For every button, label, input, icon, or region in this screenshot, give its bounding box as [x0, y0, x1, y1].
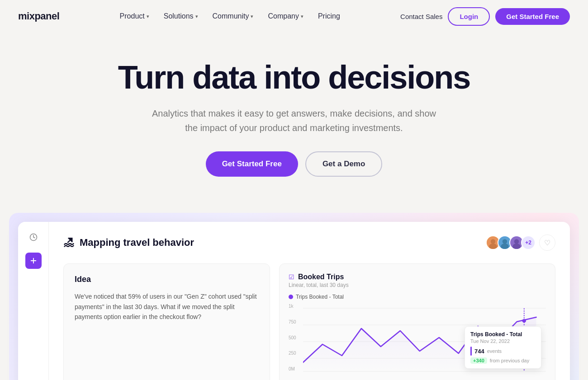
- tooltip-date: Tue Nov 22, 2022: [470, 338, 536, 344]
- nav-pricing[interactable]: Pricing: [313, 9, 346, 24]
- chart-legend: Trips Booked - Total: [289, 294, 546, 300]
- hero-subtitle: Analytics that makes it easy to get answ…: [147, 106, 441, 135]
- chart-y-labels: 1k 750 500 250 0M: [289, 304, 302, 371]
- board-title: 🏖 Mapping travel behavior: [63, 236, 194, 249]
- board-right: +2 ♡: [486, 235, 555, 251]
- avatars: +2: [486, 235, 536, 250]
- chevron-down-icon: ▾: [301, 14, 303, 19]
- chart-card: ☑ Booked Trips Linear, total, last 30 da…: [279, 263, 555, 380]
- get-started-hero-button[interactable]: Get Started Free: [206, 151, 298, 177]
- nav-links: Product ▾ Solutions ▾ Community ▾ Compan…: [114, 9, 346, 24]
- board-header: 🏖 Mapping travel behavior: [63, 235, 555, 251]
- navbar: mixpanel Product ▾ Solutions ▾ Community…: [0, 0, 588, 33]
- svg-point-4: [491, 239, 496, 244]
- chart-icon: ☑: [289, 273, 294, 281]
- nav-solutions[interactable]: Solutions ▾: [158, 9, 204, 24]
- hero-section: Turn data into decisions Analytics that …: [0, 33, 588, 195]
- tooltip-change-row: +340 from previous day: [470, 357, 536, 364]
- tooltip-bar: [470, 347, 472, 356]
- svg-point-10: [514, 239, 519, 244]
- idea-card-body: We've noticed that 59% of users in our "…: [75, 291, 259, 322]
- svg-point-19: [522, 319, 526, 323]
- svg-point-5: [489, 244, 497, 250]
- tooltip-value: 744: [474, 348, 484, 355]
- get-started-nav-button[interactable]: Get Started Free: [495, 8, 570, 25]
- contact-sales-button[interactable]: Contact Sales: [400, 13, 442, 20]
- chart-tooltip: Trips Booked - Total Tue Nov 22, 2022 74…: [465, 326, 541, 369]
- idea-card: Idea We've noticed that 59% of users in …: [63, 263, 270, 380]
- board-emoji: 🏖: [63, 236, 74, 249]
- dashboard-inner: 🏖 Mapping travel behavior: [18, 222, 570, 380]
- legend-dot: [289, 295, 293, 299]
- sidebar: [18, 222, 49, 380]
- svg-point-7: [503, 239, 507, 244]
- login-button[interactable]: Login: [448, 7, 490, 26]
- chart-title: Booked Trips: [298, 273, 344, 281]
- chevron-down-icon: ▾: [147, 14, 149, 19]
- dashboard-preview: 🏖 Mapping travel behavior: [9, 213, 579, 380]
- hero-buttons: Get Started Free Get a Demo: [18, 151, 570, 177]
- chevron-down-icon: ▾: [251, 14, 253, 19]
- chevron-down-icon: ▾: [195, 14, 198, 19]
- tooltip-change-text: from previous day: [490, 358, 529, 363]
- tooltip-title: Trips Booked - Total: [470, 331, 536, 338]
- logo-text: mixpanel: [18, 10, 59, 22]
- sidebar-history-icon[interactable]: [25, 229, 42, 245]
- svg-point-8: [501, 244, 509, 250]
- legend-label: Trips Booked - Total: [296, 294, 344, 300]
- main-content: 🏖 Mapping travel behavior: [49, 222, 570, 380]
- avatar-count: +2: [521, 235, 536, 250]
- chart-title-row: ☑ Booked Trips: [289, 273, 546, 281]
- nav-community[interactable]: Community ▾: [207, 9, 259, 24]
- tooltip-change: +340: [470, 357, 487, 364]
- get-demo-button[interactable]: Get a Demo: [305, 151, 382, 177]
- nav-right: Contact Sales Login Get Started Free: [400, 7, 570, 26]
- tooltip-row: 744 events: [470, 347, 536, 356]
- nav-company[interactable]: Company ▾: [262, 9, 308, 24]
- logo: mixpanel: [18, 10, 59, 22]
- hero-title: Turn data into decisions: [18, 60, 570, 95]
- chart-subtitle: Linear, total, last 30 days: [289, 282, 546, 288]
- chart-header: ☑ Booked Trips Linear, total, last 30 da…: [289, 273, 546, 288]
- sidebar-add-icon[interactable]: [25, 253, 42, 269]
- nav-product[interactable]: Product ▾: [114, 9, 155, 24]
- idea-card-title: Idea: [75, 275, 259, 284]
- favorite-button[interactable]: ♡: [539, 235, 555, 251]
- tooltip-unit: events: [487, 348, 502, 354]
- svg-point-11: [512, 244, 521, 250]
- cards-row: Idea We've noticed that 59% of users in …: [63, 263, 555, 380]
- chart-area: 1k 750 500 250 0M: [289, 304, 546, 380]
